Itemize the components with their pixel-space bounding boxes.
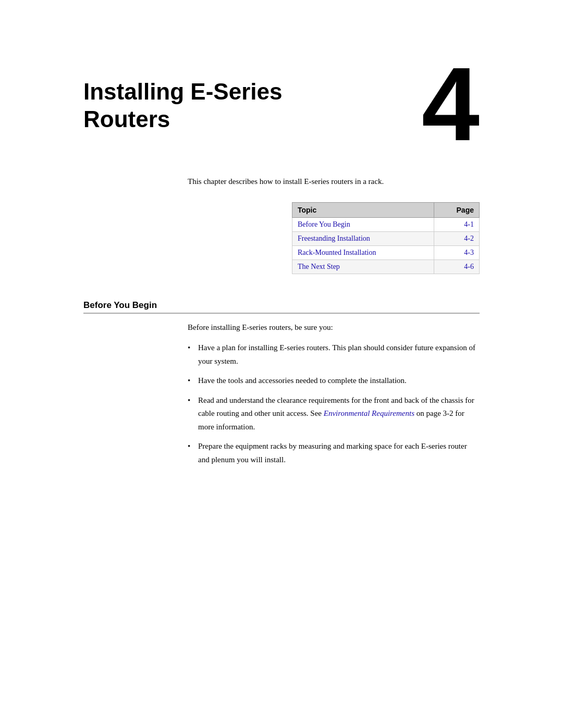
- table-row: The Next Step4-6: [292, 260, 480, 274]
- toc-topic-cell: Before You Begin: [292, 217, 434, 231]
- chapter-number: 4: [422, 52, 480, 156]
- section-intro-text: Before installing E-series routers, be s…: [83, 321, 480, 335]
- toc-page-link[interactable]: 4-3: [464, 249, 474, 256]
- toc-topic-cell: Freestanding Installation: [292, 231, 434, 245]
- table-row: Rack-Mounted Installation4-3: [292, 245, 480, 260]
- section-heading-before-you-begin: Before You Begin: [83, 300, 480, 314]
- bullet-4-text: Prepare the equipment racks by measuring…: [198, 442, 467, 464]
- toc-topic-link[interactable]: The Next Step: [298, 263, 340, 270]
- bullet-list: Have a plan for installing E-series rout…: [83, 341, 480, 466]
- toc-page-link[interactable]: 4-2: [464, 235, 474, 242]
- list-item: Have the tools and accessories needed to…: [188, 374, 480, 388]
- toc-col-topic: Topic: [292, 202, 434, 217]
- toc-page-link[interactable]: 4-6: [464, 263, 474, 270]
- toc-page-cell: 4-3: [434, 245, 480, 260]
- chapter-header: 4 Installing E-Series Routers: [83, 63, 480, 133]
- list-item: Read and understand the clearance requir…: [188, 394, 480, 434]
- toc-page-link[interactable]: 4-1: [464, 220, 474, 228]
- toc-table: Topic Page Before You Begin4-1Freestandi…: [292, 202, 480, 274]
- section-before-you-begin: Before You Begin Before installing E-ser…: [83, 300, 480, 467]
- toc-page-cell: 4-1: [434, 217, 480, 231]
- toc-page-cell: 4-6: [434, 260, 480, 274]
- chapter-title: Installing E-Series Routers: [83, 63, 344, 133]
- content-area: 4 Installing E-Series Routers This chapt…: [0, 0, 563, 524]
- toc-topic-link[interactable]: Freestanding Installation: [298, 235, 370, 242]
- bullet-2-text: Have the tools and accessories needed to…: [198, 376, 407, 385]
- chapter-title-line2: Routers: [83, 106, 170, 132]
- table-row: Before You Begin4-1: [292, 217, 480, 231]
- toc-topic-cell: Rack-Mounted Installation: [292, 245, 434, 260]
- list-item: Have a plan for installing E-series rout…: [188, 341, 480, 368]
- table-row: Freestanding Installation4-2: [292, 231, 480, 245]
- toc-col-page: Page: [434, 202, 480, 217]
- intro-text: This chapter describes how to install E-…: [83, 175, 480, 188]
- page: 4 Installing E-Series Routers This chapt…: [0, 0, 563, 728]
- toc-wrapper: Topic Page Before You Begin4-1Freestandi…: [188, 202, 480, 274]
- toc-topic-cell: The Next Step: [292, 260, 434, 274]
- list-item: Prepare the equipment racks by measuring…: [188, 440, 480, 466]
- toc-topic-link[interactable]: Rack-Mounted Installation: [298, 249, 376, 256]
- bullet-1-text: Have a plan for installing E-series rout…: [198, 343, 475, 365]
- toc-topic-link[interactable]: Before You Begin: [298, 220, 350, 228]
- chapter-title-line1: Installing E-Series: [83, 79, 282, 104]
- toc-page-cell: 4-2: [434, 231, 480, 245]
- env-requirements-link[interactable]: Environmental Requirements: [324, 409, 414, 417]
